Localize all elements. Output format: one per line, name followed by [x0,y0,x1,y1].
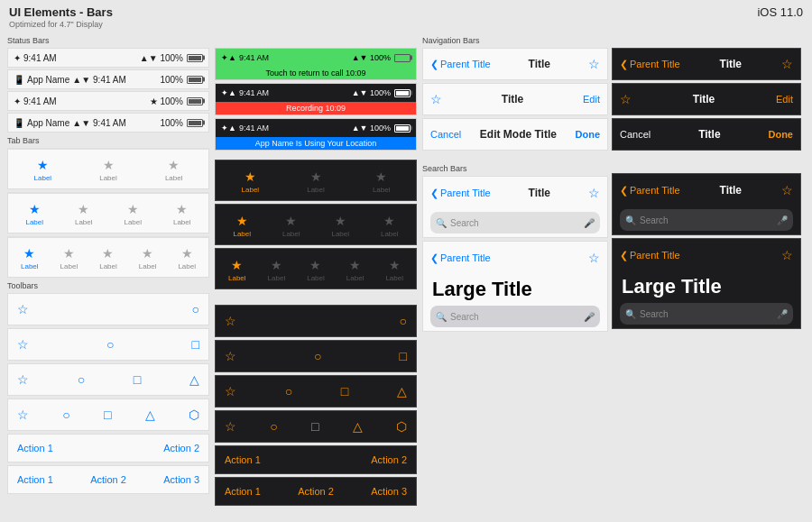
action1-dark-2[interactable]: Action 1 [225,486,261,497]
tab-dark-11[interactable]: ★ Label [336,258,375,282]
action3-dark-2[interactable]: Action 3 [371,486,407,497]
action3-light-2[interactable]: Action 3 [163,474,199,485]
nav-back-1[interactable]: ❮ Parent Title [430,59,491,70]
search-input-light-1[interactable]: 🔍 Search 🎤 [430,212,600,234]
toolbar-dark-star-3[interactable]: ☆ [225,384,236,398]
action2-light-2[interactable]: Action 2 [90,474,126,485]
toolbar-dark-square-4[interactable]: □ [311,419,318,434]
search-nav-back-dark-1[interactable]: ❮ Parent Title [620,185,680,197]
tab-item-8[interactable]: ★ Label [10,246,50,270]
status-bar-2: 📱 App Name ▲▼ 9:41 AM 100% [7,69,209,89]
tab-dark-6[interactable]: ★ Label [316,214,365,238]
nav-star-2[interactable]: ☆ [430,92,442,106]
ios-version: iOS 11.0 [757,5,803,19]
battery-1 [187,54,203,62]
large-title-search[interactable]: 🔍 Search 🎤 [430,306,600,327]
toolbar-dark-star-2[interactable]: ☆ [225,349,236,363]
toolbar-triangle-4[interactable]: △ [145,408,155,422]
tab-item-2[interactable]: ★ Label [76,158,142,182]
large-title-star[interactable]: ☆ [588,251,600,265]
tab-dark-12[interactable]: ★ Label [374,258,414,282]
nav-done-3[interactable]: Done [576,129,601,140]
tab-item-4[interactable]: ★ Label [10,202,60,226]
action1-dark-1[interactable]: Action 1 [225,454,261,465]
tab-dark-10[interactable]: ★ Label [296,258,336,282]
toolbar-star-2[interactable]: ☆ [17,337,29,352]
nav-star-1[interactable]: ☆ [588,57,600,71]
tab-dark-label-3: Label [373,186,391,194]
toolbar-circle-3[interactable]: ○ [78,372,85,387]
nav-edit-2[interactable]: Edit [583,94,600,105]
toolbar-star-3[interactable]: ☆ [17,372,29,387]
toolbar-dark-hex-4[interactable]: ⬡ [396,419,407,434]
tab-bar-dark-1: ★ Label ★ Label ★ Label [215,160,417,201]
toolbar-square-2[interactable]: □ [192,337,199,352]
toolbar-dark-square-2[interactable]: □ [400,349,407,363]
search-bars-label: Search Bars [422,164,608,173]
large-title-back-dark[interactable]: ❮ Parent Title [620,250,680,261]
large-title-back[interactable]: ❮ Parent Title [430,252,491,264]
tab-dark-5[interactable]: ★ Label [267,214,317,238]
tab-item-1[interactable]: ★ Label [10,158,76,182]
nav-done-dark-3[interactable]: Done [768,129,793,140]
tab-item-9[interactable]: ★ Label [50,246,89,270]
search-nav-star-1[interactable]: ☆ [588,186,600,200]
search-input-dark-1[interactable]: 🔍 Search 🎤 [620,209,793,231]
tab-dark-8[interactable]: ★ Label [217,258,257,282]
action1-light-1[interactable]: Action 1 [17,443,53,453]
action2-dark-1[interactable]: Action 2 [371,454,407,465]
search-nav-back-1[interactable]: ❮ Parent Title [430,188,491,199]
nav-cancel-dark-3[interactable]: Cancel [620,129,651,140]
tab-dark-1[interactable]: ★ Label [217,169,283,194]
toolbar-dark-triangle-4[interactable]: △ [353,419,363,434]
search-icon-lt: 🔍 [436,312,447,322]
action1-light-2[interactable]: Action 1 [17,474,53,485]
tab-dark-9[interactable]: ★ Label [257,258,297,282]
tab-item-10[interactable]: ★ Label [88,246,128,270]
battery-4 [187,119,203,127]
toolbar-square-3[interactable]: □ [134,372,141,387]
action2-dark-2[interactable]: Action 2 [298,486,334,497]
tab-item-5[interactable]: ★ Label [60,202,109,226]
toolbar-circle-4[interactable]: ○ [62,408,69,422]
tab-bar-light-1: ★ Label ★ Label ★ Label [7,148,209,189]
nav-star-dark-2[interactable]: ☆ [620,92,632,106]
toolbar-triangle-3[interactable]: △ [189,372,199,387]
tab-dark-7[interactable]: ★ Label [365,214,415,238]
ios-bar-blue: ✦▲ 9:41 AM ▲▼ 100% App Name Is Using You… [215,118,417,151]
nav-back-dark-1[interactable]: ❮ Parent Title [620,59,680,70]
tab-dark-2[interactable]: ★ Label [283,169,349,194]
toolbar-dark-circle-1[interactable]: ○ [400,314,407,328]
toolbar-circle-1[interactable]: ○ [192,302,199,316]
tab-label-11: Label [139,262,157,270]
nav-star-dark-1[interactable]: ☆ [781,57,793,71]
toolbar-star-4[interactable]: ☆ [17,408,29,422]
toolbar-dark-circle-3[interactable]: ○ [285,384,292,398]
toolbar-dark-circle-4[interactable]: ○ [270,419,277,434]
toolbar-square-4[interactable]: □ [104,408,111,422]
col2: Status Bars ✦▲ 9:41 AM ▲▼ 100% Touch to … [215,32,422,508]
large-title-star-dark[interactable]: ☆ [781,248,793,262]
large-title-search-dark[interactable]: 🔍 Search 🎤 [620,303,793,325]
tab-item-6[interactable]: ★ Label [108,202,158,226]
tab-item-12[interactable]: ★ Label [167,246,207,270]
tab-item-11[interactable]: ★ Label [128,246,168,270]
tab-dark-3[interactable]: ★ Label [348,169,414,194]
action2-light-1[interactable]: Action 2 [163,443,199,453]
nav-cancel-3[interactable]: Cancel [430,129,461,140]
toolbar-dark-star-1[interactable]: ☆ [225,314,236,328]
toolbar-dark-circle-2[interactable]: ○ [314,349,321,363]
tab-item-7[interactable]: ★ Label [158,202,208,226]
toolbar-hex-4[interactable]: ⬡ [189,408,199,422]
toolbar-dark-triangle-3[interactable]: △ [397,384,407,398]
toolbar-dark-square-3[interactable]: □ [341,384,348,398]
tab-item-3[interactable]: ★ Label [141,158,207,182]
tab-dark-4[interactable]: ★ Label [217,214,267,238]
toolbar-star-1[interactable]: ☆ [17,302,29,316]
mic-icon-ltd: 🎤 [777,309,788,319]
toolbar-action-light-2: Action 1 Action 2 Action 3 [7,465,209,494]
toolbar-circle-2[interactable]: ○ [106,337,114,352]
nav-edit-dark-2[interactable]: Edit [776,94,793,105]
search-nav-star-dark-1[interactable]: ☆ [781,183,793,197]
toolbar-dark-star-4[interactable]: ☆ [225,419,236,434]
